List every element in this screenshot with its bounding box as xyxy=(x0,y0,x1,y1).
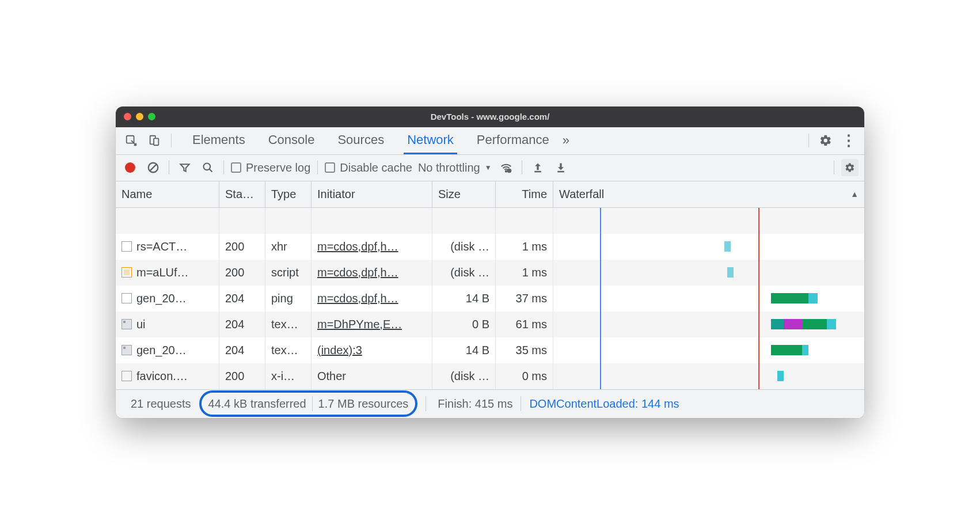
table-row[interactable]: m=aLUf… 200 script m=cdos,dpf,h… (disk …… xyxy=(116,260,864,286)
initiator-cell[interactable]: Other xyxy=(312,363,432,389)
network-toolbar: Preserve log Disable cache No throttling… xyxy=(116,155,864,181)
kebab-menu-icon[interactable]: ⋮ xyxy=(839,131,859,150)
device-toolbar-icon[interactable] xyxy=(145,131,164,150)
minimize-button[interactable] xyxy=(136,113,143,120)
filter-icon[interactable] xyxy=(176,159,193,176)
size-cell: 0 B xyxy=(432,312,496,337)
record-button[interactable] xyxy=(121,159,139,176)
highlighted-stats: 44.4 kB transferred 1.7 MB resources xyxy=(199,390,418,417)
table-row[interactable]: favicon.… 200 x-i… Other (disk … 0 ms xyxy=(116,363,864,389)
status-requests: 21 requests xyxy=(123,397,199,411)
window-title: DevTools - www.google.com/ xyxy=(116,112,864,121)
table-row[interactable]: gen_20… 204 ping m=cdos,dpf,h… 14 B 37 m… xyxy=(116,286,864,312)
size-cell: 14 B xyxy=(432,337,496,363)
status-cell: 200 xyxy=(219,260,265,286)
time-cell: 0 ms xyxy=(496,363,553,389)
table-body: rs=ACT… 200 xhr m=cdos,dpf,h… (disk … 1 … xyxy=(116,208,864,389)
status-cell: 200 xyxy=(219,363,265,389)
time-cell: 61 ms xyxy=(496,312,553,337)
network-conditions-icon[interactable] xyxy=(497,159,515,176)
upload-icon[interactable] xyxy=(529,159,546,176)
request-name: favicon.… xyxy=(136,370,188,383)
sort-icon: ▲ xyxy=(850,189,859,199)
type-cell: tex… xyxy=(265,337,312,363)
tab-elements[interactable]: Elements xyxy=(189,127,249,154)
waterfall-cell xyxy=(553,260,864,286)
waterfall-cell xyxy=(553,312,864,337)
file-icon xyxy=(121,371,132,381)
panel-tabs: Elements Console Sources Network Perform… xyxy=(116,127,864,155)
size-cell: (disk … xyxy=(432,260,496,286)
time-cell: 1 ms xyxy=(496,260,553,286)
waterfall-cell xyxy=(553,337,864,363)
more-tabs-icon[interactable]: » xyxy=(556,131,576,150)
devtools-window: DevTools - www.google.com/ Elements Cons… xyxy=(116,107,864,418)
download-icon[interactable] xyxy=(552,159,569,176)
svg-line-4 xyxy=(150,164,157,172)
tab-performance[interactable]: Performance xyxy=(473,127,553,154)
status-resources: 1.7 MB resources xyxy=(318,397,409,411)
throttling-select[interactable]: No throttling ▼ xyxy=(418,161,492,174)
table-row[interactable]: ui 204 tex… m=DhPYme,E… 0 B 61 ms xyxy=(116,312,864,337)
status-finish: Finish: 415 ms xyxy=(430,397,521,411)
request-name: gen_20… xyxy=(136,292,187,305)
status-cell: 204 xyxy=(219,312,265,337)
initiator-cell[interactable]: (index):3 xyxy=(312,337,432,363)
col-type[interactable]: Type xyxy=(265,181,312,207)
waterfall-cell xyxy=(553,234,864,260)
col-waterfall[interactable]: Waterfall ▲ xyxy=(553,181,864,207)
svg-point-7 xyxy=(505,170,506,172)
type-cell: ping xyxy=(265,286,312,312)
status-cell: 200 xyxy=(219,234,265,260)
tab-sources[interactable]: Sources xyxy=(334,127,388,154)
tab-network[interactable]: Network xyxy=(404,127,457,154)
disable-cache-checkbox[interactable]: Disable cache xyxy=(325,161,412,174)
initiator-cell[interactable]: m=cdos,dpf,h… xyxy=(312,286,432,312)
type-cell: tex… xyxy=(265,312,312,337)
initiator-cell[interactable]: m=DhPYme,E… xyxy=(312,312,432,337)
table-row[interactable]: gen_20… 204 tex… (index):3 14 B 35 ms xyxy=(116,337,864,363)
tab-console[interactable]: Console xyxy=(265,127,318,154)
svg-point-5 xyxy=(204,164,211,170)
search-icon[interactable] xyxy=(199,159,216,176)
preserve-log-checkbox[interactable]: Preserve log xyxy=(231,161,310,174)
status-transferred: 44.4 kB transferred xyxy=(208,397,306,411)
network-settings-icon[interactable] xyxy=(841,159,859,176)
type-cell: x-i… xyxy=(265,363,312,389)
size-cell: (disk … xyxy=(432,363,496,389)
col-time[interactable]: Time xyxy=(496,181,553,207)
file-icon xyxy=(121,267,132,278)
status-bar: 21 requests 44.4 kB transferred 1.7 MB r… xyxy=(116,389,864,418)
chevron-down-icon: ▼ xyxy=(485,164,492,172)
file-icon xyxy=(121,241,132,252)
col-name[interactable]: Name xyxy=(116,181,219,207)
col-status[interactable]: Sta… xyxy=(219,181,265,207)
size-cell: (disk … xyxy=(432,234,496,260)
svg-rect-10 xyxy=(557,171,564,173)
initiator-cell[interactable]: m=cdos,dpf,h… xyxy=(312,234,432,260)
request-name: gen_20… xyxy=(136,344,187,357)
file-icon xyxy=(121,293,132,303)
col-initiator[interactable]: Initiator xyxy=(312,181,432,207)
settings-icon[interactable] xyxy=(816,131,835,150)
requests-table: Name Sta… Type Initiator Size Time Water… xyxy=(116,181,864,389)
svg-rect-9 xyxy=(534,171,541,173)
request-name: rs=ACT… xyxy=(136,240,187,253)
inspect-element-icon[interactable] xyxy=(121,131,141,150)
request-name: ui xyxy=(136,318,146,331)
clear-icon[interactable] xyxy=(145,159,162,176)
waterfall-cell xyxy=(553,286,864,312)
titlebar: DevTools - www.google.com/ xyxy=(116,107,864,127)
svg-rect-2 xyxy=(154,138,158,145)
window-controls xyxy=(124,113,155,120)
close-button[interactable] xyxy=(124,113,131,120)
waterfall-cell xyxy=(553,363,864,389)
type-cell: xhr xyxy=(265,234,312,260)
col-size[interactable]: Size xyxy=(432,181,496,207)
zoom-button[interactable] xyxy=(148,113,155,120)
status-domcontentloaded: DOMContentLoaded: 144 ms xyxy=(521,397,687,411)
initiator-cell[interactable]: m=cdos,dpf,h… xyxy=(312,260,432,286)
table-row[interactable]: rs=ACT… 200 xhr m=cdos,dpf,h… (disk … 1 … xyxy=(116,234,864,260)
svg-line-6 xyxy=(210,169,212,172)
type-cell: script xyxy=(265,260,312,286)
